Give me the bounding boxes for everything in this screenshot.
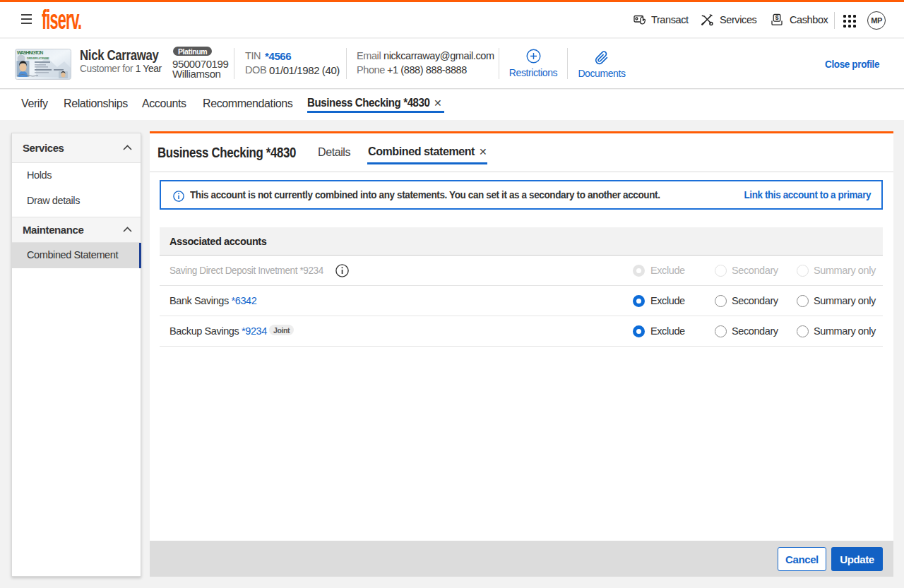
svg-text:DRIVER LICENSE: DRIVER LICENSE bbox=[27, 56, 49, 60]
svg-text:WASHINGTON: WASHINGTON bbox=[17, 50, 43, 55]
svg-text:$: $ bbox=[775, 14, 779, 21]
